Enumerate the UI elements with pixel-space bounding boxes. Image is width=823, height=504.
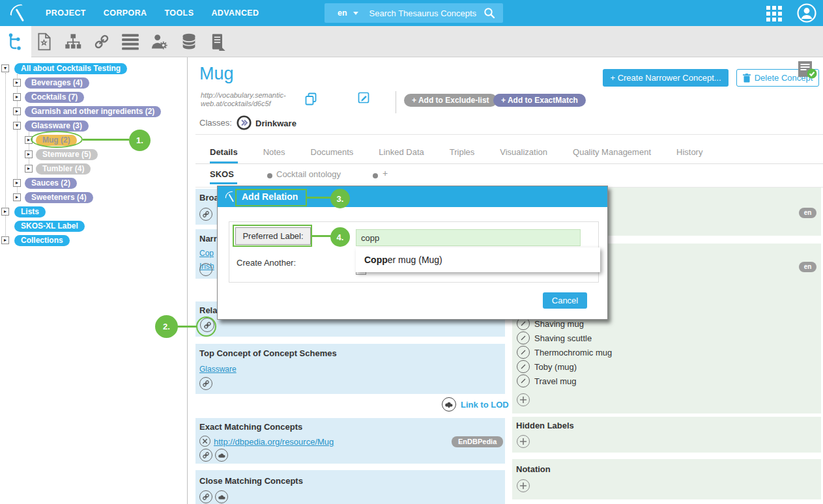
tree-expander[interactable]: ▸ <box>13 93 21 101</box>
language-badge: en <box>799 262 816 272</box>
tab-details[interactable]: Details <box>210 147 238 163</box>
annotation-ellipse-1 <box>31 131 83 148</box>
tree-item-lists[interactable]: Lists <box>14 206 46 217</box>
tree-expander[interactable]: ▸ <box>13 193 21 201</box>
subtab-cocktail-ontology[interactable]: Cocktail ontology <box>276 169 341 179</box>
org-chart-icon[interactable] <box>64 33 82 51</box>
tree-item-glassware[interactable]: Glassware (3) <box>25 120 89 132</box>
preferred-label-input[interactable] <box>356 229 581 246</box>
cancel-button[interactable]: Cancel <box>543 292 587 309</box>
scheme-dot-icon <box>373 173 378 178</box>
search-language-select[interactable]: en <box>338 8 347 18</box>
edit-label-icon[interactable] <box>517 360 530 373</box>
main-menu: PROJECT CORPORA TOOLS ADVANCED <box>46 0 259 26</box>
tab-triples[interactable]: Triples <box>450 147 475 163</box>
dbpedia-link[interactable]: http://dbpedia.org/resource/Mug <box>214 437 334 447</box>
tab-documents[interactable]: Documents <box>311 147 354 163</box>
annotation-rect-3 <box>235 189 307 206</box>
menu-project[interactable]: PROJECT <box>46 8 86 18</box>
add-icon[interactable] <box>517 393 530 406</box>
top-concept-section: Top Concept of Concept Schemes Glassware <box>195 344 505 394</box>
tab-history[interactable]: History <box>676 147 702 163</box>
menu-corpora[interactable]: CORPORA <box>104 8 147 18</box>
tab-notes[interactable]: Notes <box>263 147 285 163</box>
subtab-skos[interactable]: SKOS <box>210 169 234 179</box>
link-icon[interactable] <box>199 490 212 503</box>
annotation-badge-1: 1. <box>129 130 151 151</box>
narrower-link[interactable]: Cop <box>199 249 214 258</box>
tree-expander[interactable]: ▸ <box>13 107 21 115</box>
menu-tools[interactable]: TOOLS <box>165 8 194 18</box>
subtab-add[interactable]: + <box>383 168 388 178</box>
tree-expander[interactable]: ▾ <box>1 64 9 72</box>
autocomplete-suggestion[interactable]: Copper mug (Mug) <box>356 247 600 272</box>
link-icon[interactable] <box>93 33 111 51</box>
tab-quality-management[interactable]: Quality Management <box>573 147 651 163</box>
tree-expander[interactable]: ▸ <box>13 79 21 87</box>
cloud-lod-icon[interactable] <box>215 490 228 503</box>
apps-grid-icon[interactable] <box>766 6 782 21</box>
add-to-exactmatch-button[interactable]: + Add to ExactMatch <box>493 94 586 107</box>
tree-item-stemware[interactable]: Stemware (5) <box>36 149 98 160</box>
poolparty-app: PROJECT CORPORA TOOLS ADVANCED en Search… <box>0 0 823 504</box>
user-icon[interactable] <box>796 3 817 23</box>
add-icon[interactable] <box>517 479 530 492</box>
database-server-icon[interactable] <box>209 33 227 51</box>
link-to-lod-button[interactable]: Link to LOD <box>442 397 509 412</box>
tree-expander[interactable]: ▸ <box>25 165 33 173</box>
menu-advanced[interactable]: ADVANCED <box>211 8 259 18</box>
cloud-lod-icon[interactable] <box>215 449 228 462</box>
tree-item-sauces[interactable]: Sauces (2) <box>25 178 77 189</box>
link-icon[interactable] <box>199 377 212 390</box>
exact-matching-section: Exact Matching Concepts http://dbpedia.o… <box>195 418 505 464</box>
thesaurus-search[interactable]: en Search Thesaurus Concepts <box>325 3 503 23</box>
tree-expander[interactable]: ▸ <box>13 179 21 187</box>
tree-item-skosxl-label[interactable]: SKOS-XL Label <box>14 221 85 232</box>
edit-label-icon[interactable] <box>517 374 530 387</box>
add-to-exclude-list-button[interactable]: + Add to Exclude-list <box>404 94 497 107</box>
document-star-icon[interactable] <box>35 33 53 51</box>
tree-expander[interactable]: ▾ <box>13 122 21 130</box>
add-icon[interactable] <box>517 435 530 448</box>
tree-item-cocktails[interactable]: Cocktails (7) <box>25 92 84 103</box>
annotation-line-1 <box>83 139 129 141</box>
tree-expander[interactable]: ▸ <box>25 150 33 158</box>
search-input[interactable]: Search Thesaurus Concepts <box>369 8 484 18</box>
create-another-label: Create Another: <box>237 258 296 268</box>
copy-icon[interactable] <box>305 92 317 105</box>
tab-visualization[interactable]: Visualization <box>500 147 547 163</box>
hidden-labels-section: Hidden Labels <box>512 417 821 453</box>
remove-icon[interactable] <box>199 436 210 447</box>
create-narrower-concept-button[interactable]: + Create Narrower Concept... <box>603 69 729 87</box>
tree-item-beverages[interactable]: Beverages (4) <box>25 77 89 89</box>
edit-label-icon[interactable] <box>517 331 530 344</box>
tree-item-tumbler[interactable]: Tumbler (4) <box>36 163 91 175</box>
tree-item-collections[interactable]: Collections <box>14 235 70 246</box>
tree-expander[interactable]: ▸ <box>1 208 9 216</box>
tree-item-sweeteners[interactable]: Sweeteners (4) <box>25 192 93 203</box>
tree-item-garnish[interactable]: Garnish and other ingredients (2) <box>25 106 161 117</box>
tree-connector <box>17 74 18 195</box>
notation-section: Notation <box>512 459 821 499</box>
tree-item-project[interactable]: All about Cocktails Testing <box>14 63 127 74</box>
classes-label: Classes: <box>199 118 232 128</box>
database-icon[interactable] <box>180 33 198 51</box>
edit-label-icon[interactable] <box>517 346 530 359</box>
concept-tree-icon[interactable] <box>0 26 31 57</box>
class-name[interactable]: Drinkware <box>255 119 296 128</box>
edit-icon[interactable] <box>358 92 369 104</box>
user-settings-icon[interactable] <box>150 33 168 51</box>
poolparty-umbrella-logo[interactable] <box>8 3 30 23</box>
link-icon[interactable] <box>199 208 212 221</box>
status-report-check-icon[interactable] <box>796 60 817 79</box>
concept-scheme-link[interactable]: Glassware <box>199 365 237 374</box>
concept-uri: http://vocabulary.semantic- web.at/cockt… <box>201 91 286 108</box>
link-icon[interactable] <box>199 263 212 276</box>
link-icon[interactable] <box>199 449 212 462</box>
tree-expander[interactable]: ▸ <box>1 236 9 244</box>
list-icon[interactable] <box>121 33 139 51</box>
search-icon[interactable] <box>484 7 495 19</box>
close-matching-section: Close Matching Concepts <box>195 470 505 504</box>
annotation-badge-2: 2. <box>155 315 178 338</box>
tab-linked-data[interactable]: Linked Data <box>379 147 424 163</box>
